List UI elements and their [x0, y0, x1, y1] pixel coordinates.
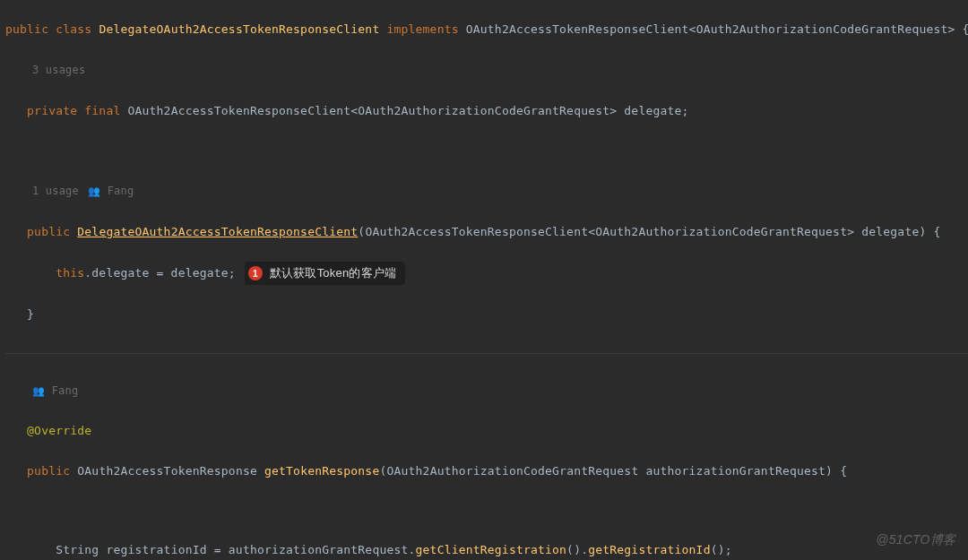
usage-hint: 1 usage👥 Fang — [32, 180, 968, 202]
code-line: public class DelegateOAuth2AccessTokenRe… — [5, 20, 968, 39]
code-line: private final OAuth2AccessTokenResponseC… — [5, 101, 968, 121]
author-icon: 👥 — [32, 385, 45, 397]
separator — [5, 353, 968, 354]
code-line: String registrationId = authorizationGra… — [5, 540, 968, 560]
code-editor[interactable]: public class DelegateOAuth2AccessTokenRe… — [0, 0, 968, 560]
callout-1: 1默认获取Token的客户端 — [245, 262, 405, 285]
author-hint: 👥 Fang — [32, 380, 968, 402]
code-line: public DelegateOAuth2AccessTokenResponse… — [5, 222, 968, 242]
code-line: } — [5, 305, 968, 324]
usage-hint: 3 usages — [32, 59, 968, 81]
code-line: this.delegate = delegate;1默认获取Token的客户端 — [5, 262, 968, 285]
author-icon: 👥 — [88, 185, 100, 197]
annotation-line: @Override — [5, 421, 968, 441]
code-line: public OAuth2AccessTokenResponse getToke… — [5, 461, 968, 481]
watermark: @51CTO博客 — [876, 530, 955, 551]
